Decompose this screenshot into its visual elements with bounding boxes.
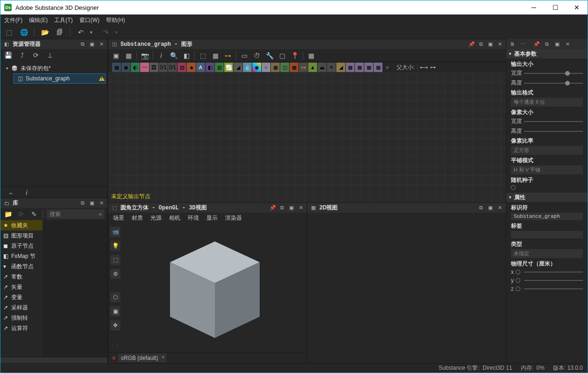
output-format-field[interactable]: 每个通道 8 位	[511, 98, 583, 107]
panel-float-icon[interactable]: ⧉	[544, 41, 550, 47]
palette-node-18[interactable]: ▦	[271, 63, 280, 72]
hierarchy-icon[interactable]: ⊥	[45, 50, 55, 60]
panel-float-icon[interactable]: ⧉	[478, 41, 484, 48]
snapshot-icon[interactable]: 📷	[140, 51, 149, 60]
palette-node-3[interactable]: ◐	[131, 63, 140, 72]
undo-icon[interactable]: ↶	[76, 28, 85, 37]
gear-icon[interactable]: ⚙	[110, 269, 120, 279]
library-scrollbar[interactable]	[0, 358, 107, 363]
package-row[interactable]: ▾ 未保存的包*	[0, 63, 107, 73]
palette-node-5[interactable]: 🖼	[149, 63, 159, 72]
colorspace-select[interactable]: sRGB (default)	[118, 354, 166, 362]
palette-node-25[interactable]: ◢	[336, 63, 346, 72]
move-icon[interactable]: ✥	[110, 320, 120, 330]
palette-node-14[interactable]: ◢	[234, 63, 243, 72]
palette-node-21[interactable]: ⊶	[299, 63, 308, 72]
tiling-mode-field[interactable]: H 和 V 平铺	[511, 165, 583, 174]
palette-node-11[interactable]: ◧	[205, 63, 215, 72]
palette-node-15[interactable]: 💧	[243, 63, 252, 72]
palette-node-10[interactable]: A	[196, 63, 205, 72]
panel-close-icon[interactable]: ✕	[98, 41, 105, 48]
px-height-slider[interactable]	[524, 131, 583, 132]
menu-display[interactable]: 显示	[206, 214, 218, 222]
save-icon[interactable]: 💾	[3, 50, 13, 60]
phys-y-slider[interactable]	[524, 280, 583, 281]
width-slider[interactable]	[524, 73, 583, 74]
palette-node-4[interactable]: 〰	[140, 63, 149, 72]
library-category-2[interactable]: ◼原子节点	[0, 241, 43, 251]
search-expand-icon[interactable]: »	[99, 211, 102, 217]
reimport-icon[interactable]: ⟳	[31, 50, 41, 60]
undo-dropdown-icon[interactable]: ▾	[86, 28, 96, 37]
panel-max-icon[interactable]: ▣	[288, 205, 295, 211]
panel-close-icon[interactable]: ✕	[496, 205, 503, 211]
close-button[interactable]: ✕	[566, 0, 588, 14]
menu-tools[interactable]: 工具(T)	[54, 16, 72, 24]
minimize-button[interactable]: ─	[523, 0, 545, 14]
env-icon[interactable]: ⬚	[110, 255, 120, 265]
maximize-button[interactable]: ☐	[545, 0, 566, 14]
panel-max-icon[interactable]: ▣	[487, 41, 494, 48]
panel-close-icon[interactable]: ✕	[496, 41, 503, 48]
more-icon[interactable]: ⋯	[519, 41, 526, 47]
library-category-5[interactable]: ↗常数	[0, 272, 43, 282]
palette-node-8[interactable]: ▧	[177, 63, 187, 72]
palette-node-24[interactable]: ✕	[327, 63, 336, 72]
panel-close-icon[interactable]: ✕	[564, 41, 571, 47]
panel-close-icon[interactable]: ✕	[298, 205, 304, 211]
redo-dropdown-icon[interactable]: ▾	[112, 28, 121, 37]
palette-more-icon[interactable]: »	[383, 64, 392, 71]
library-category-0[interactable]: ★收藏夹	[0, 220, 43, 230]
edit-icon[interactable]: ✎	[29, 209, 39, 219]
menu-help[interactable]: 帮助(H)	[106, 16, 125, 24]
random-seed-radio[interactable]	[511, 185, 516, 190]
panel-float-icon[interactable]: ⧉	[79, 200, 86, 207]
refresh-icon[interactable]: ⟳	[16, 209, 26, 219]
phys-z-radio[interactable]	[516, 287, 520, 291]
menu-scene[interactable]: 场景	[113, 214, 124, 222]
palette-node-9[interactable]: ◈	[187, 63, 196, 72]
pixel-ratio-field[interactable]: 正方形	[511, 146, 583, 155]
pin-icon[interactable]: 📌	[269, 205, 276, 211]
panel-float-icon[interactable]: ⧉	[279, 205, 285, 211]
palette-node-22[interactable]: ▲	[308, 63, 318, 72]
panel-max-icon[interactable]: ▣	[89, 200, 95, 207]
search-icon[interactable]: 🔍	[169, 51, 178, 60]
phys-x-slider[interactable]	[524, 272, 583, 273]
new-substance-icon[interactable]: ⬚	[4, 28, 14, 37]
panel-float-icon[interactable]: ⧉	[79, 41, 86, 48]
identifier-field[interactable]: Substance_graph	[511, 213, 583, 220]
zoom-icon[interactable]: ▦	[124, 51, 133, 60]
phys-x-radio[interactable]	[516, 270, 520, 274]
add-folder-icon[interactable]: 📁	[3, 209, 13, 219]
library-category-6[interactable]: ↗矢量	[0, 282, 43, 292]
persp-icon[interactable]: ⬡	[110, 292, 120, 302]
palette-node-20[interactable]: ▦	[290, 63, 299, 72]
library-category-3[interactable]: ◧FxMap 节	[0, 251, 43, 261]
new-from-template-icon[interactable]: 🌐	[19, 28, 28, 37]
height-slider[interactable]	[524, 83, 583, 84]
menu-camera[interactable]: 相机	[169, 214, 180, 222]
info-icon[interactable]: i	[22, 188, 31, 197]
panel-max-icon[interactable]: ▣	[554, 41, 560, 47]
palette-node-19[interactable]: ◫	[280, 63, 290, 72]
resize-handle-icon[interactable]: ⋮⋮	[111, 344, 120, 348]
section-basic[interactable]: ▾ 基本参数	[506, 49, 588, 58]
library-category-1[interactable]: ▤图形项目	[0, 230, 43, 241]
connector-icon[interactable]: ⊶	[223, 51, 233, 60]
menu-environment[interactable]: 环境	[188, 214, 199, 222]
library-category-7[interactable]: ↗变量	[0, 292, 43, 302]
menu-window[interactable]: 窗口(W)	[79, 16, 99, 24]
highlight-icon[interactable]: ◧	[182, 51, 191, 60]
export-icon[interactable]: ⤴	[17, 50, 27, 60]
graph-canvas[interactable]: 未定义输出节点	[108, 72, 506, 202]
palette-node-29[interactable]: ▦	[374, 63, 383, 72]
library-category-8[interactable]: ↗采样器	[0, 302, 43, 313]
palette-node-7[interactable]: 0⁄1	[168, 63, 177, 72]
palette-node-26[interactable]: ▦	[346, 63, 355, 72]
px-width-slider[interactable]	[524, 121, 583, 122]
open-icon[interactable]: 📂	[40, 28, 50, 37]
grid-icon[interactable]: ▦	[306, 51, 316, 60]
save-all-icon[interactable]: 🗐	[55, 28, 64, 37]
palette-node-17[interactable]: ○	[262, 63, 271, 72]
